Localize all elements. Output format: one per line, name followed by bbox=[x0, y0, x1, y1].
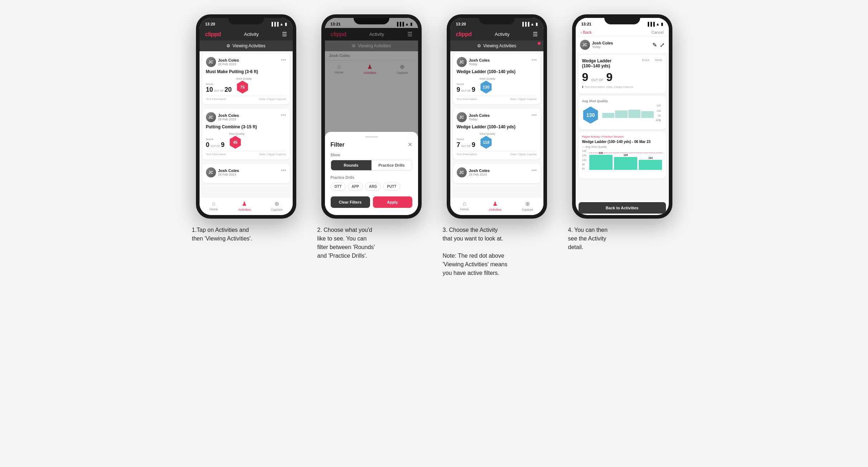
detail-score-shots-labels-4: Score Shots bbox=[642, 58, 662, 62]
sq-label-1-2: Shot Quality bbox=[229, 132, 245, 135]
detail-score-val-4: 9 bbox=[582, 71, 589, 84]
user-name-3-1: Josh Coles bbox=[469, 58, 490, 62]
edit-icon-4[interactable]: ✎ bbox=[652, 42, 657, 48]
menu-icon-3[interactable]: ☰ bbox=[533, 31, 538, 38]
viewing-banner-1[interactable]: ⚙ Viewing Activities bbox=[200, 40, 293, 51]
status-icons-4: ▐▐▐ ▲ ▮ bbox=[646, 22, 663, 27]
card-header-3-1: JC Josh Coles Today ••• bbox=[457, 57, 537, 67]
bar-group-1-4: 132 bbox=[589, 152, 613, 170]
back-button-4[interactable]: ‹ < BackBack bbox=[581, 30, 592, 34]
activity-card-1-1[interactable]: JC Josh Coles 28 Feb 2023 ••• Must Make … bbox=[202, 53, 290, 104]
filter-icon-3: ⚙ bbox=[477, 43, 481, 48]
app-nav-3: clippd Activity ☰ bbox=[450, 28, 543, 40]
tab-home-1[interactable]: ⌂ Home bbox=[210, 200, 218, 211]
tab-capture-3[interactable]: ⊕ Capture bbox=[522, 200, 533, 211]
sq-chart-4: 130 100 50 0 APP bbox=[602, 104, 662, 126]
info-row-4: ℹ Test Information Data: Clippd Capture bbox=[582, 85, 662, 89]
sq-hex-1-1: 75 bbox=[236, 81, 249, 94]
bar-chart-4: 132 129 124 bbox=[582, 150, 662, 175]
main-stats-card-4: Wedge Ladder (100–140 yds) Score Shots 9… bbox=[579, 55, 666, 94]
card-title-3-1: Wedge Ladder (100–140 yds) bbox=[457, 69, 537, 74]
banner-text-3: Viewing Activities bbox=[483, 43, 516, 48]
pill-putt-2[interactable]: PUTT bbox=[383, 182, 400, 191]
phone-3-screen: 13:20 ▐▐▐ ▲ ▮ clippd Activity ☰ ⚙ Viewin… bbox=[450, 18, 543, 215]
status-time-3: 13:20 bbox=[456, 22, 466, 26]
score-val-1-1: 10 bbox=[206, 86, 213, 94]
toggle-drills-2[interactable]: Practice Drills bbox=[371, 160, 412, 170]
avatar-3-1: JC bbox=[457, 57, 467, 67]
toggle-rounds-2[interactable]: Rounds bbox=[331, 160, 371, 170]
back-activities-button-4[interactable]: Back to Activities bbox=[579, 202, 666, 214]
stats-row-1-2: Score 0 OUT OF 9 Shot Quality 45 bbox=[206, 132, 286, 149]
more-icon-1-3[interactable]: ••• bbox=[281, 167, 286, 173]
detail-content-4: Wedge Ladder (100–140 yds) Score Shots 9… bbox=[576, 53, 669, 201]
user-date-1-1: 28 Feb 2023 bbox=[218, 62, 239, 66]
card-header-3-2: JC Josh Coles Today ••• bbox=[457, 112, 537, 122]
pill-app-2[interactable]: APP bbox=[348, 182, 363, 191]
tab-capture-label-3: Capture bbox=[522, 208, 533, 211]
card-title-1-2: Putting Combine (3-15 ft) bbox=[206, 124, 286, 129]
filter-sheet-2: Filter ✕ Show Rounds Practice Drills Pra… bbox=[325, 132, 418, 215]
status-time-4: 13:21 bbox=[581, 22, 591, 26]
user-name-4: Josh Coles bbox=[592, 41, 613, 45]
cancel-button-4[interactable]: Cancel bbox=[651, 30, 663, 34]
pill-ott-2[interactable]: OTT bbox=[331, 182, 346, 191]
more-icon-1-1[interactable]: ••• bbox=[281, 57, 286, 63]
logo-1: clippd bbox=[205, 31, 221, 38]
expand-icon-4[interactable]: ⤢ bbox=[660, 42, 665, 48]
score-value-row-1-1: 10 OUT OF 20 bbox=[206, 86, 232, 94]
sq-hex-3-1: 130 bbox=[480, 81, 493, 94]
activity-card-3-1[interactable]: JC Josh Coles Today ••• Wedge Ladder (10… bbox=[453, 53, 541, 104]
more-icon-3-3[interactable]: ••• bbox=[532, 167, 537, 173]
avatar-4: JC bbox=[580, 40, 590, 50]
detail-score-row-4: 9 OUT OF 9 bbox=[582, 71, 662, 84]
info-text2-4: Data: Clippd Capture bbox=[606, 85, 633, 89]
score-label-1-2: Score bbox=[206, 138, 225, 141]
tab-activities-1[interactable]: ♟ Activities bbox=[238, 200, 251, 211]
more-icon-1-2[interactable]: ••• bbox=[281, 112, 286, 118]
tab-activities-label-3: Activities bbox=[489, 208, 502, 211]
tab-capture-1[interactable]: ⊕ Capture bbox=[271, 200, 282, 211]
step-3-column: 13:20 ▐▐▐ ▲ ▮ clippd Activity ☰ ⚙ Viewin… bbox=[441, 14, 552, 277]
avatar-1-1: JC bbox=[206, 57, 216, 67]
battery-icon-1: ▮ bbox=[285, 22, 287, 27]
activity-card-3-3[interactable]: JC Josh Coles 28 Feb 2023 ••• bbox=[453, 164, 541, 183]
menu-icon-1[interactable]: ☰ bbox=[282, 31, 287, 38]
viewing-banner-3[interactable]: ⚙ Viewing Activities bbox=[450, 40, 543, 51]
session-sq-label-4: --- Avg Shot Quality bbox=[582, 145, 662, 148]
chart-bars-container-4 bbox=[602, 104, 662, 122]
filter-close-2[interactable]: ✕ bbox=[408, 141, 412, 148]
user-info-4: JC Josh Coles Today bbox=[580, 40, 613, 50]
battery-icon-4: ▮ bbox=[661, 22, 663, 27]
stat-sq-1-1: Shot Quality 75 bbox=[236, 77, 252, 94]
wifi-icon-3: ▲ bbox=[531, 22, 534, 26]
detail-title-4: Wedge Ladder (100–140 yds) bbox=[582, 58, 612, 68]
more-icon-3-2[interactable]: ••• bbox=[532, 112, 537, 118]
pill-arg-2[interactable]: ARG bbox=[365, 182, 381, 191]
screen-content-3: JC Josh Coles Today ••• Wedge Ladder (10… bbox=[450, 51, 543, 197]
apply-button-2[interactable]: Apply bbox=[373, 196, 412, 208]
session-tag-4: Player Activity • Practice Session bbox=[582, 135, 662, 138]
footer-left-3-1: Test Information bbox=[457, 97, 477, 101]
more-icon-3-1[interactable]: ••• bbox=[532, 57, 537, 63]
bottom-nav-3: ⌂ Home ♟ Activities ⊕ Capture bbox=[450, 197, 543, 215]
title-line1-4: Wedge Ladder bbox=[582, 58, 612, 63]
sq-label-3-1: Shot Quality bbox=[480, 77, 495, 80]
tab-home-3[interactable]: ⌂ Home bbox=[460, 200, 469, 211]
clear-filters-button-2[interactable]: Clear Filters bbox=[331, 196, 370, 208]
stat-score-1-1: Score 10 OUT OF 20 bbox=[206, 82, 232, 94]
outof-1-2: OUT OF bbox=[211, 145, 220, 147]
user-info-3-1: JC Josh Coles Today bbox=[457, 57, 490, 67]
activity-card-1-3[interactable]: JC Josh Coles 28 Feb 2023 ••• bbox=[202, 164, 290, 183]
tab-activities-3[interactable]: ♟ Activities bbox=[489, 200, 502, 211]
filter-overlay-2: Filter ✕ Show Rounds Practice Drills Pra… bbox=[325, 18, 418, 215]
user-info-1-1: JC Josh Coles 28 Feb 2023 bbox=[206, 57, 239, 67]
user-details-3-3: Josh Coles 28 Feb 2023 bbox=[469, 168, 490, 176]
activity-card-3-2[interactable]: JC Josh Coles Today ••• Wedge Ladder (10… bbox=[453, 109, 541, 159]
chart-bar-1-4 bbox=[602, 113, 615, 118]
activity-card-1-2[interactable]: JC Josh Coles 28 Feb 2023 ••• Putting Co… bbox=[202, 109, 290, 159]
score-label-3-1: Score bbox=[457, 82, 475, 86]
step-4-column: 13:21 ▐▐▐ ▲ ▮ ‹ < BackBack Cancel JC bbox=[567, 14, 678, 277]
avg-sq-card-4: Avg Shot Quality 130 130 100 50 0 APP bbox=[579, 96, 666, 129]
user-date-3-3: 28 Feb 2023 bbox=[469, 173, 490, 176]
